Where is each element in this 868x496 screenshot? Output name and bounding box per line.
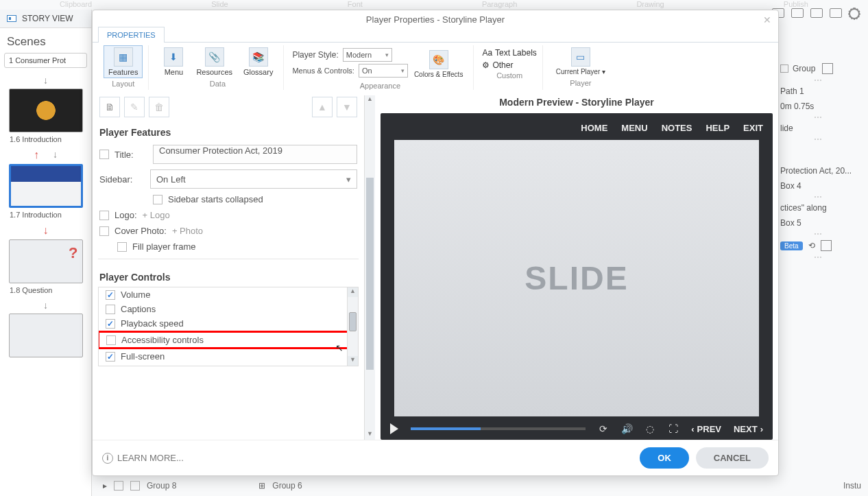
other-button[interactable]: ⚙Other	[482, 60, 513, 70]
group-label[interactable]: Group 8	[147, 481, 176, 491]
title-input[interactable]: Consumer Protection Act, 2019	[153, 145, 357, 164]
features-button[interactable]: ▦ Features	[104, 45, 143, 78]
control-volume[interactable]: Volume	[99, 287, 358, 302]
move-up-icon[interactable]: ▲	[312, 97, 333, 117]
timeline-row[interactable]: 0m 0.75s	[780, 99, 856, 114]
logo-checkbox[interactable]	[99, 211, 109, 220]
nav-help[interactable]: HELP	[706, 123, 730, 133]
add-logo-link[interactable]: + Logo	[143, 210, 170, 220]
slide-thumbnail[interactable]	[9, 314, 83, 357]
timeline-row[interactable]: lide	[780, 121, 856, 136]
player-icon: ▭	[571, 47, 590, 67]
learn-more-link[interactable]: i LEARN MORE...	[102, 453, 184, 464]
expand-icon[interactable]: ▸	[103, 481, 107, 491]
slide-thumbnail-selected[interactable]	[9, 164, 83, 208]
delete-icon[interactable]: 🗑	[149, 97, 169, 117]
preview-title: Modern Preview - Storyline Player	[381, 95, 773, 110]
cancel-button[interactable]: CANCEL	[696, 447, 769, 469]
timeline-row[interactable]: ctices" along	[780, 200, 856, 215]
progress-bar[interactable]	[411, 427, 586, 430]
next-button[interactable]: NEXT›	[734, 424, 763, 434]
add-photo-link[interactable]: + Photo	[172, 226, 203, 236]
timeline-row[interactable]: Box 5	[780, 215, 856, 231]
replay-icon[interactable]: ⟳	[598, 423, 609, 434]
fullscreen-icon[interactable]: ⛶	[668, 423, 679, 434]
story-panel: STORY VIEW Scenes 1 Consumer Prot ↓ 1.6 …	[0, 10, 92, 496]
sidebar-select[interactable]: On Left	[150, 169, 357, 189]
group-icon[interactable]	[822, 63, 833, 74]
story-view-icon	[7, 15, 16, 22]
nav-menu[interactable]: MENU	[621, 123, 647, 133]
timeline-row[interactable]: Box 4	[780, 178, 856, 193]
menus-controls-select[interactable]: On	[359, 64, 408, 78]
current-player-button[interactable]: ▭Current Player ▾	[551, 45, 610, 78]
control-playback-speed[interactable]: Playback speed	[99, 316, 358, 331]
scene-item[interactable]: 1 Consumer Prot	[4, 53, 87, 68]
visibility-icon[interactable]	[114, 481, 123, 491]
group-label[interactable]: Group 6	[272, 481, 302, 491]
title-checkbox[interactable]	[99, 150, 109, 159]
player-style-select[interactable]: Modern	[343, 48, 392, 62]
edit-icon[interactable]: ✎	[124, 97, 145, 117]
nav-exit[interactable]: EXIT	[743, 123, 763, 133]
group-label: Layout	[112, 78, 134, 88]
control-fullscreen[interactable]: Full-screen	[99, 349, 358, 364]
checkbox[interactable]	[106, 352, 115, 362]
close-icon[interactable]: ✕	[763, 14, 771, 25]
nav-notes[interactable]: NOTES	[662, 123, 692, 133]
tab-properties[interactable]: PROPERTIES	[98, 27, 165, 43]
attach-icon: 📎	[205, 47, 224, 67]
ok-button[interactable]: OK	[640, 447, 689, 469]
resources-button[interactable]: 📎Resources	[191, 45, 237, 78]
scrollbar[interactable]: ▲▼	[347, 287, 358, 366]
player-features-form: 🗎 ✎ 🗑 ▲ ▼ Player Features Title: Consume…	[98, 95, 359, 440]
box-icon[interactable]	[821, 240, 832, 251]
logo-label: Logo:	[114, 210, 137, 220]
nav-home[interactable]: HOME	[581, 123, 607, 133]
text-labels-button[interactable]: AaText Labels	[482, 48, 536, 58]
volume-icon[interactable]: 🔊	[621, 423, 632, 434]
control-captions[interactable]: Captions	[99, 302, 358, 316]
checkbox[interactable]	[106, 319, 115, 329]
thumb-label: 1.6 Introduction	[4, 134, 64, 147]
new-icon[interactable]: 🗎	[99, 97, 120, 117]
checkbox[interactable]	[106, 305, 115, 314]
control-accessibility[interactable]: Accessibility controls	[98, 331, 359, 349]
undo-icon[interactable]: ⟲	[808, 241, 815, 250]
sidebar-collapse-checkbox[interactable]	[153, 195, 162, 204]
slide-thumbnail[interactable]	[9, 88, 83, 132]
fill-frame-checkbox[interactable]	[117, 242, 127, 252]
slide-thumbnail[interactable]: ?	[9, 239, 83, 283]
timeline-row[interactable]: Protection Act, 20...	[780, 163, 856, 178]
player-properties-dialog: Player Properties - Storyline Player ✕ P…	[92, 10, 779, 476]
gear-icon[interactable]	[849, 8, 860, 19]
checkbox[interactable]	[106, 335, 116, 345]
glossary-button[interactable]: 📚Glossary	[239, 45, 278, 78]
group-label: Group	[793, 64, 815, 73]
play-icon[interactable]	[390, 423, 398, 434]
sidebar-collapse-label: Sidebar starts collapsed	[168, 194, 263, 204]
settings-icon[interactable]: ◌	[644, 423, 655, 434]
player-nav: HOME MENU NOTES HELP EXIT	[387, 119, 766, 140]
fill-frame-label: Fill player frame	[132, 241, 195, 252]
layout-icon[interactable]	[791, 8, 804, 18]
scrollbar[interactable]: ▲▼	[364, 95, 375, 440]
timeline-row[interactable]: Path 1	[780, 84, 856, 99]
window-layout-icons	[772, 8, 860, 19]
move-down-icon[interactable]: ▼	[337, 97, 357, 117]
checkbox[interactable]	[780, 64, 788, 73]
layout-icon[interactable]	[810, 8, 823, 18]
dialog-title: Player Properties - Storyline Player ✕	[93, 10, 778, 26]
colors-effects-button[interactable]: 🎨Colors & Effects	[409, 48, 468, 80]
story-view-button[interactable]: STORY VIEW	[0, 10, 91, 28]
arrow-up-icon: ↑	[34, 149, 39, 161]
menu-button[interactable]: ⬇Menu	[157, 45, 190, 78]
cover-checkbox[interactable]	[99, 226, 109, 236]
arrow-down-icon: ↓	[53, 149, 58, 161]
layout-icon[interactable]	[830, 8, 842, 18]
checkbox[interactable]	[106, 290, 115, 300]
prev-button[interactable]: ‹PREV	[691, 424, 721, 434]
align-icon[interactable]: ⊞	[258, 481, 265, 491]
lock-icon[interactable]	[130, 481, 140, 491]
thumb-label: 1.7 Introduction	[4, 209, 64, 223]
